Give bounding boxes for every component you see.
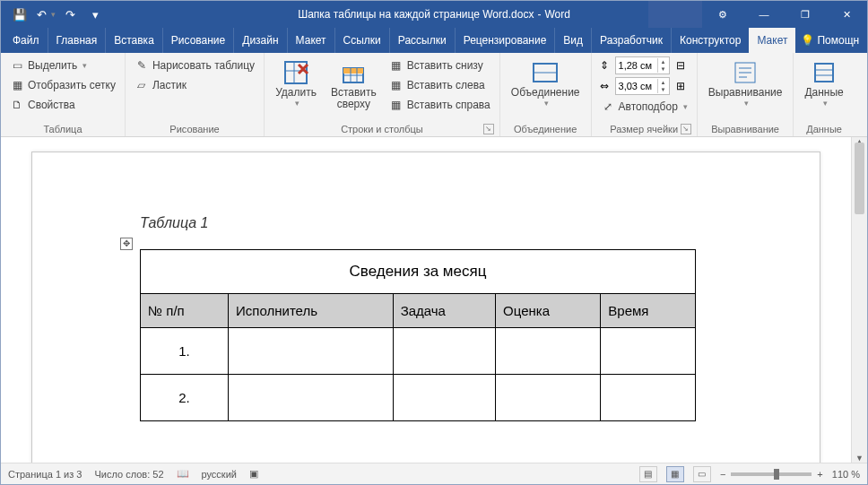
table-title-row[interactable]: Сведения за месяц: [141, 250, 696, 294]
chevron-down-icon: ▾: [51, 10, 56, 19]
vertical-scrollbar[interactable]: ▲ ▼: [851, 137, 867, 463]
table-cell[interactable]: [393, 375, 495, 421]
page[interactable]: Таблица 1 ✥ Сведения за месяц № п/п Испо…: [31, 152, 820, 463]
col-width-field[interactable]: [616, 81, 657, 91]
properties-button[interactable]: 🗋Свойства: [6, 96, 119, 114]
table-header-cell[interactable]: Задача: [393, 294, 495, 328]
tab-layout[interactable]: Макет: [287, 28, 334, 53]
table-header-cell[interactable]: № п/п: [141, 294, 229, 328]
data-button[interactable]: Данные▾: [799, 56, 848, 109]
view-web-layout-button[interactable]: ▭: [693, 466, 711, 482]
insert-below-button[interactable]: ▦Вставить снизу: [386, 56, 494, 74]
table-cell[interactable]: [601, 328, 696, 375]
minimize-icon: —: [760, 9, 769, 20]
table-cell[interactable]: [229, 375, 394, 421]
spellcheck-icon[interactable]: 📖: [177, 468, 189, 480]
dialog-launcher-icon[interactable]: ↘: [681, 124, 691, 134]
autofit-button[interactable]: ⤢Автоподбор▾: [597, 98, 691, 116]
page-indicator[interactable]: Страница 1 из 3: [8, 469, 82, 480]
macro-record-icon[interactable]: ▣: [249, 468, 258, 480]
distribute-cols-icon[interactable]: ⊞: [673, 79, 688, 93]
table-cell[interactable]: [393, 328, 495, 375]
eraser-button[interactable]: ▱Ластик: [131, 76, 258, 94]
view-print-layout-button[interactable]: ▦: [666, 466, 684, 482]
row-height-field[interactable]: [616, 60, 657, 71]
table-header-cell[interactable]: Исполнитель: [229, 294, 394, 328]
qat-redo-button[interactable]: ↷: [58, 4, 82, 25]
tab-table-layout[interactable]: Макет: [749, 28, 795, 53]
table-cell[interactable]: [601, 375, 696, 421]
zoom-out-button[interactable]: −: [720, 469, 725, 480]
select-button[interactable]: ▭Выделить▾: [6, 56, 119, 74]
page-viewport[interactable]: Таблица 1 ✥ Сведения за месяц № п/п Испо…: [1, 137, 851, 463]
table-row[interactable]: 2.: [141, 375, 696, 421]
table-cell[interactable]: [229, 328, 394, 375]
table-title-cell[interactable]: Сведения за месяц: [141, 250, 696, 294]
language-indicator[interactable]: русский: [202, 469, 237, 480]
insert-below-icon: ▦: [389, 58, 404, 73]
col-width-input[interactable]: ▲▼: [615, 77, 670, 95]
tab-mailings[interactable]: Рассылки: [389, 28, 455, 53]
table-cell[interactable]: [496, 328, 601, 375]
merge-button[interactable]: Объединение▾: [506, 56, 586, 109]
svg-rect-16: [815, 64, 833, 82]
view-read-mode-button[interactable]: ▤: [639, 466, 657, 482]
qat-save-button[interactable]: 💾: [8, 4, 31, 25]
scroll-thumb[interactable]: [855, 143, 864, 214]
spin-up-icon[interactable]: ▲: [658, 79, 669, 86]
group-table: ▭Выделить▾ ▦Отобразить сетку 🗋Свойства Т…: [1, 53, 126, 136]
document-name: Шапка таблицы на каждой странице Word.do…: [298, 8, 534, 21]
insert-right-button[interactable]: ▦Вставить справа: [386, 96, 494, 114]
tab-design[interactable]: Дизайн: [233, 28, 286, 53]
spin-up-icon[interactable]: ▲: [658, 58, 669, 65]
tell-me-button[interactable]: 💡Помощн: [795, 28, 864, 53]
table-header-row[interactable]: № п/п Исполнитель Задача Оценка Время: [141, 294, 696, 328]
close-button[interactable]: ✕: [826, 1, 867, 28]
tab-insert[interactable]: Вставка: [105, 28, 162, 53]
zoom-level[interactable]: 110 %: [832, 469, 860, 480]
tab-view[interactable]: Вид: [554, 28, 591, 53]
tab-review[interactable]: Рецензирование: [455, 28, 555, 53]
insert-above-button[interactable]: Вставить сверху: [326, 56, 382, 112]
table-move-handle-icon[interactable]: ✥: [120, 238, 133, 250]
zoom-slider[interactable]: − +: [720, 469, 823, 480]
distribute-rows-icon[interactable]: ⊟: [673, 58, 688, 73]
tab-references[interactable]: Ссылки: [334, 28, 389, 53]
tab-table-design[interactable]: Конструктор: [671, 28, 749, 53]
table-cell[interactable]: [496, 375, 601, 421]
table-row[interactable]: 1.: [141, 328, 696, 375]
delete-button[interactable]: Удалить▾: [270, 56, 322, 109]
table-cell[interactable]: 2.: [141, 375, 229, 421]
document-area: Таблица 1 ✥ Сведения за месяц № п/п Испо…: [1, 137, 867, 463]
zoom-track[interactable]: [731, 472, 812, 476]
scroll-down-icon[interactable]: ▼: [852, 454, 867, 463]
insert-left-button[interactable]: ▦Вставить слева: [386, 76, 494, 94]
table-caption[interactable]: Таблица 1: [140, 215, 784, 231]
user-account[interactable]: [648, 1, 702, 28]
view-gridlines-button[interactable]: ▦Отобразить сетку: [6, 76, 119, 94]
tab-draw[interactable]: Рисование: [162, 28, 233, 53]
draw-table-button[interactable]: ✎Нарисовать таблицу: [131, 56, 258, 74]
spinner-buttons[interactable]: ▲▼: [657, 58, 669, 73]
tab-developer[interactable]: Разработчик: [591, 28, 671, 53]
table-header-cell[interactable]: Оценка: [496, 294, 601, 328]
alignment-button[interactable]: Выравнивание▾: [703, 56, 788, 109]
maximize-button[interactable]: ❐: [785, 1, 826, 28]
spin-down-icon[interactable]: ▼: [658, 86, 669, 93]
ribbon-options-button[interactable]: ⚙: [702, 1, 743, 28]
document-table[interactable]: Сведения за месяц № п/п Исполнитель Зада…: [140, 249, 696, 421]
minimize-button[interactable]: —: [743, 1, 785, 28]
tab-home[interactable]: Главная: [48, 28, 106, 53]
zoom-in-button[interactable]: +: [817, 469, 822, 480]
spinner-buttons[interactable]: ▲▼: [657, 79, 669, 93]
qat-undo-button[interactable]: ↶▾: [33, 4, 56, 25]
table-header-cell[interactable]: Время: [601, 294, 696, 328]
table-cell[interactable]: 1.: [141, 328, 229, 375]
row-height-input[interactable]: ▲▼: [615, 56, 670, 74]
tab-file[interactable]: Файл: [4, 28, 48, 53]
dialog-launcher-icon[interactable]: ↘: [483, 124, 494, 134]
qat-customize-button[interactable]: ▾: [83, 4, 107, 25]
zoom-thumb[interactable]: [774, 469, 779, 480]
word-count[interactable]: Число слов: 52: [94, 469, 163, 480]
spin-down-icon[interactable]: ▼: [658, 65, 669, 73]
